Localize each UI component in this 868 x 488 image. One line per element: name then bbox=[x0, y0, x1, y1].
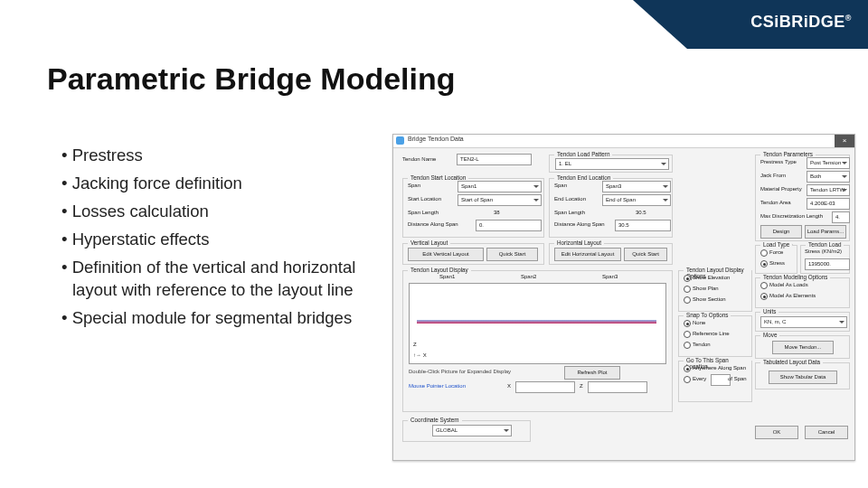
quick-start-h-button[interactable]: Quick Start bbox=[624, 248, 667, 261]
bridge-tendon-dialog: Bridge Tendon Data × Tendon Name TEN2-L … bbox=[392, 134, 855, 461]
max-disc-input[interactable]: 4. bbox=[832, 211, 850, 223]
quick-start-v-button[interactable]: Quick Start bbox=[486, 248, 538, 261]
title-bar: Bridge Tendon Data × bbox=[393, 135, 854, 148]
app-icon bbox=[396, 136, 404, 145]
cancel-button[interactable]: Cancel bbox=[805, 426, 848, 439]
model-loads-radio[interactable] bbox=[760, 282, 768, 289]
layout-display-group: Tendon Layout Display Span1 Span2 Span3 … bbox=[402, 270, 673, 412]
prestress-type-select[interactable]: Post Tension bbox=[807, 157, 850, 169]
start-distance-input[interactable]: 0. bbox=[476, 220, 542, 231]
end-location-select[interactable]: End of Span bbox=[602, 194, 671, 206]
end-location-group: Tendon End Location Span Span3 End Locat… bbox=[549, 178, 673, 238]
tendon-area-input[interactable]: 4.200E-03 bbox=[807, 198, 850, 210]
tendon-name-input[interactable]: TEN2-L bbox=[457, 154, 532, 165]
model-elements-radio[interactable] bbox=[760, 293, 768, 300]
stress-radio[interactable] bbox=[760, 260, 768, 267]
jack-from-select[interactable]: Both bbox=[807, 171, 850, 183]
close-button[interactable]: × bbox=[835, 135, 854, 147]
mouse-z bbox=[588, 381, 647, 393]
force-radio[interactable] bbox=[760, 249, 768, 257]
start-location-group: Tendon Start Location Span Span1 Start L… bbox=[402, 178, 544, 238]
tabular-row-group: Go To This Span Location Anywhere Along … bbox=[678, 361, 752, 402]
elevation-radio[interactable] bbox=[684, 275, 691, 282]
material-select[interactable]: Tendon LRTW bbox=[807, 184, 850, 196]
mouse-pointer-label: Mouse Pointer Location bbox=[409, 383, 466, 389]
end-span-select[interactable]: Span3 bbox=[602, 181, 671, 192]
modeling-options-group: Tendon Modeling Options Model As Loads M… bbox=[755, 277, 850, 308]
load-params-button[interactable]: Load Params... bbox=[805, 225, 846, 239]
tendon-name-label: Tendon Name bbox=[402, 156, 436, 162]
design-params-button[interactable]: Design Params... bbox=[760, 225, 802, 239]
bullet-list: • Prestress • Jacking force definition •… bbox=[61, 145, 378, 335]
anywhere-radio[interactable] bbox=[684, 365, 691, 372]
display-options-group: Tendon Layout Display Options Show Eleva… bbox=[678, 270, 752, 312]
coord-select[interactable]: GLOBAL bbox=[432, 425, 512, 436]
horizontal-layout-group: Horizontal Layout Edit Horizontal Layout… bbox=[549, 243, 673, 265]
move-tendon-button[interactable]: Move Tendon... bbox=[772, 341, 834, 354]
start-span-select[interactable]: Span1 bbox=[458, 181, 542, 192]
header-banner: CSiBRiDGE® bbox=[0, 0, 868, 49]
load-type-group: Load Type Force Stress bbox=[755, 245, 797, 274]
units-group: Units KN, m, C bbox=[755, 312, 850, 332]
dialog-title: Bridge Tendon Data bbox=[408, 136, 464, 142]
snap-ref-radio[interactable] bbox=[684, 331, 691, 338]
tendon-load-group: Tendon Load Stress (KN/m2) 1395000. bbox=[800, 245, 850, 274]
mouse-x bbox=[515, 381, 575, 393]
tabular-data-group: Tabulated Layout Data Show Tabular Data bbox=[755, 362, 850, 389]
load-pattern-select[interactable]: 1. EL bbox=[555, 158, 669, 170]
move-group: Move Move Tendon... bbox=[755, 335, 850, 359]
load-pattern-group: Tendon Load Pattern 1. EL bbox=[549, 155, 673, 173]
snap-tendon-radio[interactable] bbox=[684, 342, 691, 349]
tendon-params-group: Tendon Parameters Prestress Type Post Te… bbox=[755, 155, 850, 241]
slide-title: Parametric Bridge Modeling bbox=[47, 61, 456, 97]
refresh-plot-button[interactable]: Refresh Plot bbox=[564, 366, 620, 380]
units-select[interactable]: KN, m, C bbox=[760, 316, 847, 328]
ok-button[interactable]: OK bbox=[755, 426, 798, 439]
snap-none-radio[interactable] bbox=[684, 320, 691, 327]
layout-canvas[interactable]: Z ↑→ X bbox=[409, 283, 666, 364]
vertical-layout-group: Vertical Layout Edit Vertical Layout Qui… bbox=[402, 243, 544, 265]
brand-logo: CSiBRiDGE® bbox=[750, 13, 852, 32]
every-radio[interactable] bbox=[684, 376, 691, 383]
start-location-select[interactable]: Start of Span bbox=[458, 194, 542, 206]
tendon-load-input[interactable]: 1395000. bbox=[805, 258, 850, 270]
show-tabular-button[interactable]: Show Tabular Data bbox=[769, 371, 837, 384]
plan-radio[interactable] bbox=[684, 286, 691, 293]
end-distance-input[interactable]: 30.5 bbox=[615, 220, 671, 231]
snap-options-group: Snap To Options None Reference Line Tend… bbox=[678, 315, 752, 357]
edit-vertical-button[interactable]: Edit Vertical Layout bbox=[408, 248, 484, 261]
coord-system-group: Coordinate System GLOBAL bbox=[402, 420, 531, 442]
edit-horizontal-button[interactable]: Edit Horizontal Layout bbox=[554, 248, 621, 261]
section-radio[interactable] bbox=[684, 296, 691, 304]
